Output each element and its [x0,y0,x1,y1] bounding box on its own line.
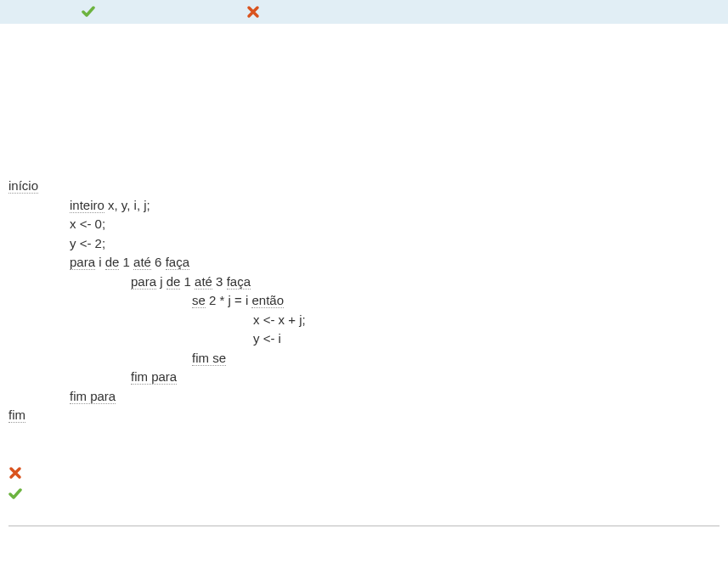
code-text: x, y, i, j; [104,198,150,212]
keyword-fim: fim [8,408,25,423]
cross-icon[interactable] [246,5,260,19]
code-line: x <- x + j; [8,311,720,330]
code-line: inteiro x, y, i, j; [8,196,720,216]
code-text: y <- i [253,331,281,346]
keyword-faca: faça [166,255,189,270]
answer-option-correct[interactable] [8,487,720,503]
code-line: fim para [8,387,720,407]
divider [8,526,720,526]
keyword-se: se [192,293,206,308]
code-text: i [95,255,105,269]
keyword-ate: até [195,274,212,290]
code-text: 3 [212,274,227,289]
code-text: 1 [180,274,195,289]
code-text: j [156,274,166,289]
code-text: 6 [151,255,166,269]
keyword-faca: faça [227,274,251,290]
keyword-de: de [105,255,120,270]
code-text: y <- 2; [70,236,105,250]
code-line: para j de 1 até 3 faça [8,273,720,292]
keyword-inteiro: inteiro [70,198,104,213]
keyword-para: para [131,274,156,290]
keyword-de: de [166,274,181,290]
code-text: x <- 0; [70,216,105,231]
keyword-para: para [70,255,95,270]
cross-icon [8,466,22,480]
code-line: y <- 2; [8,234,720,254]
keyword-fimse: fim se [192,351,226,366]
code-text: x <- x + j; [253,312,306,327]
code-line: início [8,177,720,196]
check-icon [8,487,22,501]
keyword-ate: até [133,255,151,270]
answer-options [0,432,728,517]
pseudocode-block: início inteiro x, y, i, j; x <- 0; y <- … [0,168,728,432]
code-line: se 2 * j = i então [8,291,720,311]
code-text: 2 * j = i [206,293,252,307]
code-line: fim para [8,368,720,387]
keyword-entao: então [251,293,284,308]
keyword-fimpara: fim para [70,389,116,404]
code-line: x <- 0; [8,215,720,234]
code-line: fim [8,406,720,425]
keyword-fimpara: fim para [131,369,177,385]
code-text: 1 [119,255,133,269]
code-line: para i de 1 até 6 faça [8,253,720,273]
check-icon[interactable] [82,5,95,19]
answer-option-wrong[interactable] [8,466,720,482]
code-line: y <- i [8,329,720,349]
top-toolbar [0,0,728,24]
code-line: fim se [8,349,720,368]
keyword-inicio: início [8,178,38,194]
